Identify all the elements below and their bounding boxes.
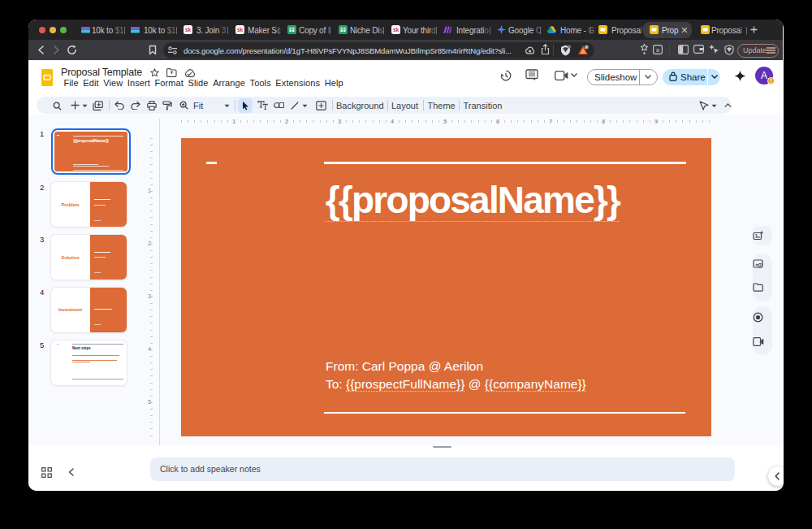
svg-text:sk: sk — [237, 27, 244, 33]
svg-text:sk: sk — [185, 27, 192, 33]
svg-text:a: a — [656, 46, 659, 52]
svg-text:sk: sk — [393, 27, 400, 33]
svg-text:2: 2 — [585, 46, 587, 49]
